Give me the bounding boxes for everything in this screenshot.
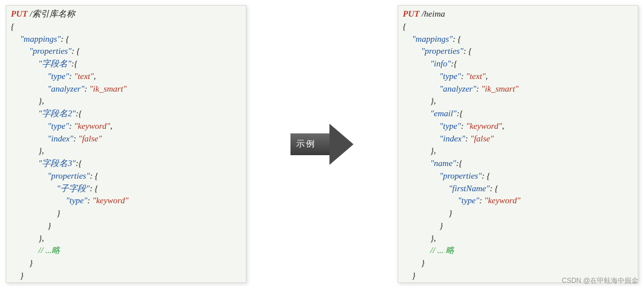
watermark: CSDN @在甲蛙海中掘金 (561, 276, 638, 286)
line: "type": "text", (403, 70, 633, 83)
brace: } (403, 220, 633, 232)
line: "info":{ (403, 58, 633, 70)
key-type: "type" (48, 72, 69, 81)
key-index: "index" (439, 134, 465, 143)
line: "type": "keyword", (11, 120, 241, 133)
line: "字段名":{ (11, 58, 241, 70)
key-properties: "properties" (421, 46, 464, 56)
line: "analyzer": "ik_smart" (403, 83, 633, 96)
brace: } (11, 207, 241, 220)
key-firstname: "firstName" (449, 184, 490, 193)
key-email: "email" (430, 109, 457, 118)
key-properties: "properties" (29, 46, 72, 56)
line: PUT /heima (403, 8, 633, 21)
brace: } (11, 270, 241, 282)
diagram-container: PUT /索引库名称 { "mappings": { "properties":… (0, 0, 644, 288)
val-text: "text" (74, 72, 93, 81)
brace: } (403, 207, 633, 220)
key-mappings: "mappings" (20, 34, 61, 44)
val-iksmart: "ik_smart" (481, 84, 519, 93)
key-type: "type" (439, 121, 461, 131)
line: "子字段": { (11, 183, 241, 195)
comment-omitted: // ...略 (38, 246, 60, 255)
brace: } (11, 257, 241, 270)
line: PUT /索引库名称 (11, 8, 241, 21)
key-subfield: "子字段" (57, 184, 90, 193)
line: // ...略 (11, 244, 241, 257)
line: "type": "keyword" (11, 195, 241, 207)
key-type: "type" (458, 196, 480, 205)
line: "type": "keyword" (403, 195, 633, 207)
line: "type": "text", (11, 70, 241, 83)
put-keyword: PUT (403, 9, 419, 18)
brace: { (11, 21, 241, 33)
brace: { (403, 21, 633, 33)
line: "email":{ (403, 108, 633, 120)
brace: } (11, 220, 241, 232)
val-false: "false" (78, 134, 102, 143)
arrow-label: 示例 (296, 137, 316, 150)
key-info: "info" (430, 59, 451, 68)
key-index: "index" (48, 134, 73, 143)
line: "name":{ (403, 157, 633, 170)
brace: } (403, 257, 633, 270)
val-keyword: "keyword" (484, 196, 520, 205)
line: "mappings": { (403, 33, 633, 46)
comment-omitted: // ... 略 (430, 246, 454, 255)
brace: }, (403, 232, 633, 245)
val-keyword: "keyword" (466, 121, 502, 131)
brace: }, (11, 232, 241, 245)
line: "analyzer": "ik_smart" (11, 83, 241, 96)
line: "type": "keyword", (403, 120, 633, 133)
line: "index": "false" (11, 133, 241, 145)
key-type: "type" (66, 196, 88, 205)
line: "mappings": { (11, 33, 241, 46)
key-field1: "字段名" (38, 59, 72, 68)
brace: }, (11, 95, 241, 108)
line: "字段名2":{ (11, 108, 241, 120)
line: "index": "false" (403, 133, 633, 145)
line: "firstName": { (403, 183, 633, 195)
line: "properties": { (11, 45, 241, 58)
brace: }, (403, 145, 633, 157)
key-type: "type" (48, 121, 69, 131)
key-name: "name" (430, 159, 456, 168)
key-analyzer: "analyzer" (48, 84, 84, 93)
key-type: "type" (439, 72, 461, 81)
key-field3: "字段名3" (38, 159, 76, 168)
val-keyword: "keyword" (74, 121, 110, 131)
arrow-icon: 示例 (290, 124, 354, 165)
val-keyword: "keyword" (92, 196, 128, 205)
key-field2: "字段名2" (38, 109, 76, 118)
key-properties: "properties" (48, 171, 90, 180)
line: // ... 略 (403, 244, 633, 257)
line: "字段名3":{ (11, 157, 241, 170)
index-path: /heima (419, 9, 445, 18)
index-path: /索引库名称 (28, 9, 75, 18)
val-iksmart: "ik_smart" (89, 84, 127, 93)
arrow-block: 示例 (265, 124, 379, 165)
val-text: "text" (466, 72, 485, 81)
brace: }, (403, 95, 633, 108)
key-properties: "properties" (439, 171, 482, 180)
line: "properties": { (11, 170, 241, 183)
key-mappings: "mappings" (412, 34, 453, 44)
brace: }, (11, 145, 241, 157)
line: "properties": { (403, 45, 633, 58)
brace: } (11, 282, 241, 283)
code-box-template: PUT /索引库名称 { "mappings": { "properties":… (6, 5, 246, 283)
code-box-example: PUT /heima { "mappings": { "properties":… (398, 5, 638, 283)
put-keyword: PUT (11, 9, 28, 18)
val-false: "false" (470, 134, 494, 143)
line: "properties": { (403, 170, 633, 183)
key-analyzer: "analyzer" (439, 84, 476, 93)
